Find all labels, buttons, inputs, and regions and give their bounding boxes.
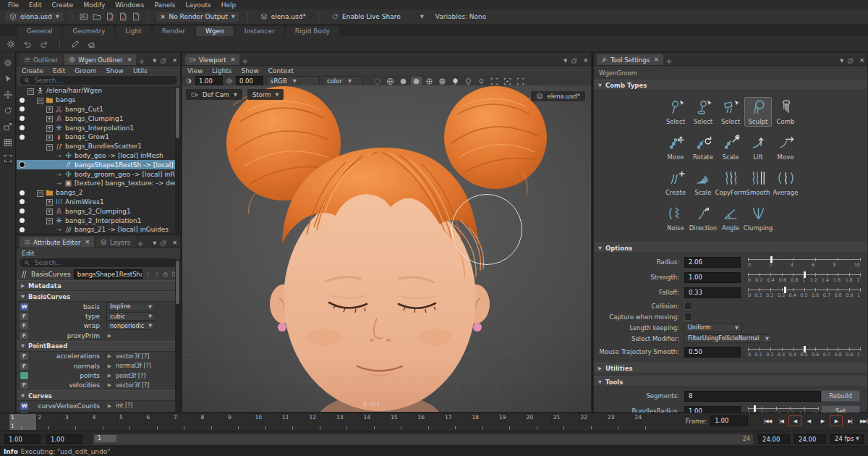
isolate-select-icon[interactable] bbox=[502, 77, 513, 86]
menu-panels[interactable]: Panels bbox=[149, 1, 180, 9]
frame-13[interactable]: 13 bbox=[334, 414, 362, 430]
section-pointbased[interactable]: ▼PointBased bbox=[17, 341, 180, 352]
tree-expander-icon[interactable]: + bbox=[46, 198, 54, 206]
save-file-icon[interactable] bbox=[106, 12, 114, 21]
comb-select-screen-button[interactable]: Select bbox=[717, 97, 744, 127]
prev-prim-icon[interactable] bbox=[145, 271, 151, 277]
undo-icon[interactable] bbox=[23, 40, 32, 48]
comb-scale-waves-button[interactable]: Scale bbox=[689, 168, 717, 198]
comb-select-root-button[interactable]: Select bbox=[689, 97, 717, 127]
frame-23[interactable]: 23 bbox=[605, 414, 633, 430]
no-lights-icon[interactable] bbox=[476, 77, 487, 86]
tree-row[interactable]: +bangs_Clumping1 bbox=[17, 114, 180, 123]
menu-modify[interactable]: Modify bbox=[78, 1, 110, 9]
section-options[interactable]: ▼Options bbox=[594, 242, 867, 253]
frame-12[interactable]: 12 bbox=[307, 414, 335, 430]
rebuild-button[interactable]: Rebuild bbox=[821, 390, 860, 402]
selection-dot-icon[interactable] bbox=[17, 161, 27, 168]
comb-comb-button[interactable]: Comb bbox=[772, 97, 799, 127]
falloff-slider[interactable]: 00.10.20.30.40.50.60.70.80.91 bbox=[748, 286, 860, 299]
range-start-field[interactable]: 1.00 bbox=[4, 434, 41, 444]
pop-out-icon[interactable] bbox=[571, 58, 577, 64]
radius-slider[interactable]: 0246810 bbox=[748, 256, 860, 269]
rotate-tool-icon[interactable] bbox=[4, 106, 12, 115]
step-back-key-button[interactable]: |◀ bbox=[775, 415, 788, 426]
expand-arrow-icon[interactable]: ▶ bbox=[106, 333, 113, 339]
wireframe-globe-icon[interactable] bbox=[385, 77, 396, 86]
tree-expander-icon[interactable]: − bbox=[46, 216, 54, 224]
timeline-ruler[interactable]: 1123456789101112131415161718192021222324 bbox=[9, 414, 660, 430]
frame-17[interactable]: 17 bbox=[443, 414, 470, 430]
visibility-dot-icon[interactable] bbox=[17, 208, 27, 214]
outliner-menu-create[interactable]: Create bbox=[22, 67, 43, 75]
close-tab-icon[interactable]: ✕ bbox=[652, 56, 659, 63]
outliner-search[interactable] bbox=[20, 76, 177, 85]
section-comb-types[interactable]: ▼Comb Types bbox=[594, 80, 867, 90]
radius-field[interactable]: 2.06 bbox=[684, 257, 741, 268]
visibility-dot-icon[interactable] bbox=[17, 218, 27, 223]
menu-file[interactable]: File bbox=[3, 1, 24, 9]
outliner-search-input[interactable] bbox=[33, 76, 173, 85]
menu-layouts[interactable]: Layouts bbox=[180, 1, 216, 9]
frame-11[interactable]: 11 bbox=[280, 414, 307, 430]
viewport-menu-context[interactable]: Context bbox=[268, 67, 294, 75]
comb-average-button[interactable]: Average bbox=[772, 168, 799, 198]
lock-icon[interactable] bbox=[163, 271, 169, 277]
tree-expander-icon[interactable]: + bbox=[46, 114, 54, 122]
frame-18[interactable]: 18 bbox=[470, 414, 498, 430]
outliner-scrollbar[interactable] bbox=[175, 86, 180, 234]
new-tab-icon[interactable] bbox=[138, 58, 145, 65]
scale-tool-icon[interactable] bbox=[4, 122, 12, 131]
range-end-field[interactable]: 24.00 bbox=[758, 434, 790, 444]
comb-move-arrow-button[interactable]: Move bbox=[772, 132, 799, 162]
outliner-menu-edit[interactable]: Edit bbox=[53, 67, 65, 75]
frame-22[interactable]: 22 bbox=[579, 414, 606, 430]
range-start-field-2[interactable]: 1.00 bbox=[46, 434, 82, 444]
fit-view-icon[interactable] bbox=[515, 77, 526, 86]
range-slider-handle[interactable]: 1 bbox=[95, 435, 116, 442]
attribute-search-input[interactable] bbox=[33, 258, 173, 267]
export-file-icon[interactable] bbox=[132, 12, 140, 21]
frame-7[interactable]: 7 bbox=[171, 414, 199, 430]
frame-20[interactable]: 20 bbox=[524, 414, 552, 430]
outliner-menu-utils[interactable]: Utils bbox=[133, 67, 148, 75]
capture-when-moving-checkbox[interactable] bbox=[684, 313, 692, 321]
tab-attribute-editor[interactable]: Attribute Editor ✕ bbox=[20, 237, 94, 248]
section-basiscurves[interactable]: ▼BasisCurves bbox=[17, 291, 180, 302]
tree-row[interactable]: +bangs_Interpolation1 bbox=[17, 123, 180, 132]
frame-field[interactable]: 1.00 bbox=[710, 415, 748, 426]
tree-row[interactable]: +bangs_2_Clumping1 bbox=[17, 206, 180, 216]
tab-general[interactable]: General bbox=[17, 26, 61, 36]
default-light-icon[interactable] bbox=[463, 77, 474, 86]
tree-row[interactable]: +bangs_Grow1 bbox=[17, 132, 180, 142]
frame-selection-icon[interactable] bbox=[489, 77, 500, 86]
frame-1[interactable]: 11 bbox=[9, 414, 36, 430]
range-slider[interactable]: 1 24 bbox=[93, 434, 754, 445]
visibility-dot-icon[interactable] bbox=[17, 227, 27, 232]
comb-sculpt-button[interactable]: Sculpt bbox=[744, 97, 772, 127]
tree-row[interactable]: −bangs_2 bbox=[17, 188, 180, 198]
gamma-field[interactable]: 0.00 bbox=[236, 76, 263, 86]
collision-checkbox[interactable] bbox=[684, 302, 692, 310]
tab-viewport[interactable]: Viewport ✕ bbox=[185, 54, 239, 65]
viewport-menu-view[interactable]: View bbox=[187, 67, 203, 75]
frame-4[interactable]: 4 bbox=[90, 414, 118, 430]
frame-3[interactable]: 3 bbox=[63, 414, 90, 430]
tab-tool-settings[interactable]: Tool Settings ✕ bbox=[597, 54, 663, 65]
comb-lift-button[interactable]: Lift bbox=[744, 132, 772, 162]
tab-rigid-body[interactable]: Rigid Body bbox=[286, 26, 339, 36]
expand-arrow-icon[interactable]: ▶ bbox=[106, 363, 113, 369]
tree-row[interactable]: −bangs_BundlesScatter1 bbox=[17, 142, 180, 151]
renderer-dropdown[interactable]: Storm▼ bbox=[247, 89, 284, 100]
tree-row[interactable]: →bangs_21 -> [local] inGuides bbox=[17, 225, 180, 234]
camera-dropdown[interactable]: Def Cam▼ bbox=[186, 89, 242, 100]
comb-select-strand-button[interactable]: Select bbox=[662, 97, 689, 127]
close-panel-icon[interactable]: ✕ bbox=[582, 57, 588, 64]
close-tab-icon[interactable]: ✕ bbox=[229, 56, 236, 63]
tab-light[interactable]: Light bbox=[116, 26, 150, 36]
exposure-field[interactable]: 1.00 bbox=[195, 76, 223, 86]
step-forward-frame-button[interactable]: ▶ bbox=[830, 415, 843, 426]
section-metadata[interactable]: ▶Metadata bbox=[17, 280, 180, 291]
tree-row[interactable]: →body_geo -> [local] inMesh bbox=[17, 151, 180, 161]
visibility-dot-icon[interactable] bbox=[17, 98, 27, 103]
